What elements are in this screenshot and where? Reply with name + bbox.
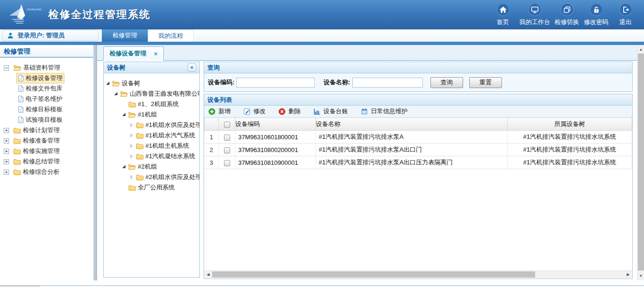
- table-row[interactable]: 137M96310601800001#1汽机排汽装置排污坑排水泵A#1汽机排汽装…: [205, 131, 632, 144]
- device-tree-node[interactable]: 全厂公用系统: [106, 182, 199, 193]
- expanded-arrow-icon[interactable]: [122, 165, 125, 168]
- device-tree-node[interactable]: #1机组水供应及处理系统: [106, 120, 199, 130]
- collapsed-arrow-icon[interactable]: [130, 154, 133, 159]
- reset-button[interactable]: 重置: [469, 77, 502, 88]
- device-tree-node[interactable]: #1机组主机系统: [106, 141, 199, 151]
- sidebar-item[interactable]: 检修文件包库: [0, 83, 93, 94]
- scroll-up-icon[interactable]: ▲: [637, 46, 644, 53]
- column-header-device-tree[interactable]: 所属设备树: [508, 118, 632, 131]
- folder-open-icon: [112, 81, 120, 87]
- folder-open-icon: [128, 164, 136, 170]
- vertical-scrollbar[interactable]: ▲ ▼: [637, 45, 644, 280]
- collapsed-arrow-icon[interactable]: [130, 123, 133, 127]
- scroll-left-icon[interactable]: ◀: [205, 271, 212, 278]
- nav-switch-button[interactable]: 检修切换: [552, 3, 581, 27]
- sidebar-item[interactable]: −基础资料管理: [0, 63, 93, 73]
- device-code-input[interactable]: [236, 78, 315, 88]
- row-number: 1: [205, 131, 219, 144]
- folder-icon: [136, 143, 143, 149]
- delete-icon: [278, 108, 286, 115]
- device-tree-node[interactable]: #1汽机凝结水系统: [106, 151, 199, 162]
- row-checkbox[interactable]: [224, 135, 230, 141]
- nav-workbench-button[interactable]: 我的工作台: [518, 3, 552, 27]
- expand-toggle-icon[interactable]: +: [4, 159, 9, 164]
- device-tree-node-label: #1机组水汽气系统: [145, 131, 195, 140]
- delete-button[interactable]: 删除: [278, 107, 301, 116]
- horizontal-scrollbar-thumb[interactable]: [212, 271, 535, 278]
- toolbar-button-label: 修改: [253, 107, 266, 116]
- list-toolbar: 新增修改删除设备台账日常信息维护: [204, 106, 632, 117]
- expanded-arrow-icon[interactable]: [122, 113, 125, 116]
- bottom-divider-segment: [0, 285, 40, 287]
- sidebar-item[interactable]: 电子签名维护: [0, 94, 93, 104]
- select-all-checkbox[interactable]: [224, 122, 230, 128]
- sidebar-title: 检修管理: [0, 45, 93, 58]
- panel-collapse-icon[interactable]: «: [188, 63, 196, 72]
- collapsed-arrow-icon[interactable]: [130, 133, 133, 138]
- folder-open-icon: [128, 112, 136, 118]
- row-checkbox[interactable]: [224, 160, 230, 166]
- sidebar-item-label: 检修总结管理: [23, 157, 60, 166]
- tab-close-icon[interactable]: ×: [154, 50, 158, 57]
- sidebar-item[interactable]: +检修准备管理: [0, 135, 93, 146]
- collapsed-arrow-icon[interactable]: [130, 175, 133, 180]
- sidebar-item[interactable]: +检修综合分析: [0, 167, 93, 177]
- expand-toggle-icon[interactable]: +: [4, 128, 9, 133]
- expand-toggle-icon[interactable]: +: [4, 138, 9, 144]
- sidebar-item[interactable]: 检修设备管理: [0, 73, 93, 83]
- sidebar-item[interactable]: +检修实施管理: [0, 146, 93, 156]
- tab-my-workflow[interactable]: 我的流程: [148, 29, 194, 42]
- table-row[interactable]: 337M96310810900001#1汽机排汽装置排污坑排水泵A出口压力表隔离…: [205, 156, 632, 169]
- vertical-scrollbar-thumb[interactable]: [638, 54, 644, 270]
- nav-home-button[interactable]: 首页: [488, 3, 518, 27]
- edit-button[interactable]: 修改: [243, 107, 266, 116]
- lock-icon: [590, 3, 603, 16]
- nav-logout-button[interactable]: 退出: [611, 3, 640, 27]
- sidebar-item[interactable]: 试验项目模板: [0, 115, 93, 125]
- query-panel-title: 查询: [207, 63, 220, 72]
- logo-text: CHUNLONG: [27, 8, 41, 11]
- expanded-arrow-icon[interactable]: [114, 92, 117, 95]
- sidebar-item-label: 检修设备管理: [26, 74, 63, 82]
- scroll-down-icon[interactable]: ▼: [637, 272, 644, 279]
- ledger-button[interactable]: 设备台账: [313, 107, 348, 116]
- device-tree-node[interactable]: 山西鲁晋王曲发电有限公司: [106, 89, 199, 99]
- folder-icon: [128, 101, 136, 108]
- sidebar-item[interactable]: +检修计划管理: [0, 125, 93, 135]
- sidebar-item[interactable]: 检修目标模板: [0, 104, 93, 115]
- add-button[interactable]: 新增: [208, 107, 231, 116]
- query-button[interactable]: 查询: [430, 77, 463, 88]
- tab-maintenance-management[interactable]: 检修管理: [102, 29, 148, 42]
- sidebar-item-label: 基础资料管理: [23, 63, 60, 72]
- sidebar-splitter[interactable]: [93, 45, 97, 280]
- horizontal-scrollbar[interactable]: ◀ ▶: [205, 270, 632, 278]
- logged-in-user: 登录用户: 管理员: [2, 30, 98, 41]
- device-name-input[interactable]: [352, 78, 423, 88]
- collapse-toggle-icon[interactable]: −: [4, 65, 9, 71]
- device-tree-node[interactable]: #2机组水供应及处理系统: [106, 172, 199, 182]
- expand-toggle-icon[interactable]: +: [4, 149, 9, 154]
- sidebar-item[interactable]: +检修总结管理: [0, 156, 93, 167]
- page-icon: [18, 106, 24, 113]
- device-tree-node[interactable]: 设备树: [106, 78, 199, 89]
- tab-label: 检修管理: [113, 31, 137, 40]
- expand-toggle-icon[interactable]: +: [4, 170, 9, 175]
- device-table-body: 137M96310601800001#1汽机排汽装置排污坑排水泵A#1汽机排汽装…: [205, 131, 632, 169]
- sidebar-tree: −基础资料管理检修设备管理检修文件包库电子签名维护检修目标模板试验项目模板+检修…: [0, 58, 93, 177]
- folder-icon: [136, 174, 143, 180]
- device-tree-node[interactable]: #1机组水汽气系统: [106, 130, 199, 141]
- daily-button[interactable]: 日常信息维护: [361, 107, 408, 116]
- device-name-label: 设备名称:: [323, 78, 350, 87]
- device-tree-node[interactable]: #2机组: [106, 162, 199, 172]
- table-row[interactable]: 237M96310800200001#1汽机排汽装置排污坑排水泵A出口门#1汽机…: [205, 144, 632, 156]
- row-checkbox[interactable]: [224, 147, 230, 153]
- device-tree-node[interactable]: #1、2机组系统: [106, 99, 199, 109]
- column-header-device-code[interactable]: 设备编码: [235, 118, 316, 131]
- collapsed-arrow-icon[interactable]: [130, 144, 133, 148]
- tab-device-management[interactable]: 检修设备管理 ×: [103, 46, 164, 61]
- device-tree-node[interactable]: #1机组: [106, 109, 199, 120]
- scroll-right-icon[interactable]: ▶: [625, 271, 632, 278]
- expanded-arrow-icon[interactable]: [106, 81, 109, 85]
- nav-password-button[interactable]: 修改密码: [581, 3, 611, 27]
- column-header-device-name[interactable]: 设备名称: [316, 118, 508, 131]
